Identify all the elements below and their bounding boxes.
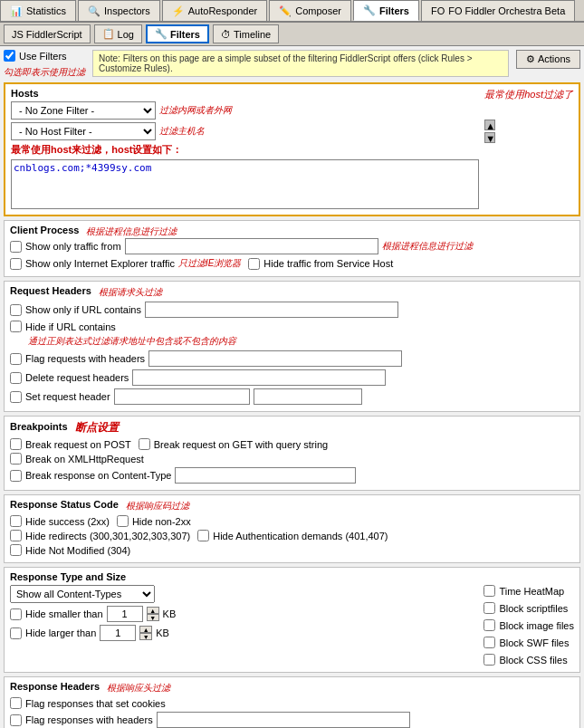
hide-url-label: Hide if URL contains: [25, 321, 116, 332]
show-url-contains-row: Show only if URL contains: [10, 302, 574, 318]
scroll-up[interactable]: ▲: [484, 120, 495, 130]
block-imagefiles-checkbox[interactable]: [483, 619, 495, 631]
set-req-header-value-input[interactable]: [254, 388, 362, 405]
show-url-input[interactable]: [145, 302, 398, 318]
use-filters-checkbox[interactable]: [4, 50, 15, 62]
main-content: Use Filters 勾选即表示使用过滤 Note: Filters on t…: [0, 46, 584, 728]
time-heatmap-checkbox[interactable]: [483, 585, 495, 597]
fiddlerscript-btn[interactable]: JS FiddlerScript: [4, 24, 91, 43]
log-icon: 📋: [102, 28, 115, 40]
filters-toolbar-icon: 🔧: [155, 28, 168, 40]
content-type-row: Show all Content-Types: [10, 585, 467, 603]
flag-resp-headers-input[interactable]: [157, 712, 410, 728]
client-process-section: Client Process 根据进程信息进行过滤 Show only traf…: [4, 220, 580, 277]
break-get-label: Break request on GET with query string: [154, 439, 328, 450]
scroll-down[interactable]: ▼: [484, 132, 495, 143]
tab-inspectors[interactable]: 🔍 Inspectors: [78, 0, 160, 21]
flag-resp-headers-checkbox[interactable]: [10, 714, 22, 726]
hide-service-host-row: Hide traffic from Service Host: [248, 257, 393, 270]
host-filter-dropdown[interactable]: - No Host Filter -: [11, 122, 156, 140]
tab-fiddler-orchestra[interactable]: FO FO Fiddler Orchestra Beta: [421, 0, 575, 21]
use-filters-annotation: 勾选即表示使用过滤: [4, 66, 85, 79]
toolbar-row: JS FiddlerScript 📋 Log 🔧 Filters ⏱ Timel…: [0, 23, 584, 46]
block-swf-row: Block SWF files: [483, 637, 574, 648]
hide-larger-checkbox[interactable]: [10, 627, 22, 639]
flag-requests-checkbox[interactable]: [10, 353, 22, 365]
response-headers-section: Response Headers 根据响应头过滤 Flag responses …: [4, 676, 580, 728]
smaller-up-btn[interactable]: ▲: [147, 607, 159, 614]
hide-smaller-spinner[interactable]: ▲ ▼: [147, 607, 159, 621]
hide-larger-input[interactable]: [100, 625, 136, 641]
traffic-annotation: 根据进程信息进行过滤: [382, 240, 473, 253]
zone-filter-dropdown[interactable]: - No Zone Filter -: [11, 101, 156, 120]
hide-smaller-label: Hide smaller than: [25, 608, 103, 619]
zone-filter-row: - No Zone Filter - 过滤内网或者外网: [11, 101, 479, 120]
hide-smaller-checkbox[interactable]: [10, 608, 22, 620]
set-req-header-checkbox[interactable]: [10, 391, 22, 403]
tab-autoresponder[interactable]: ⚡ AutoResponder: [162, 0, 267, 21]
flag-cookies-checkbox[interactable]: [10, 697, 22, 709]
use-filters-cb-row: Use Filters: [4, 50, 67, 62]
hide-not-modified-checkbox[interactable]: [10, 544, 22, 556]
block-imagefiles-row: Block image files: [483, 619, 574, 631]
flag-resp-headers-label: Flag responses with headers: [25, 714, 153, 725]
timeline-btn[interactable]: ⏱ Timeline: [213, 24, 279, 43]
hide-larger-spinner[interactable]: ▲ ▼: [139, 626, 152, 640]
client-process-title: Client Process: [10, 225, 79, 235]
hide-url-checkbox[interactable]: [10, 321, 22, 332]
traffic-from-input[interactable]: [125, 238, 378, 254]
filters-note: Note: Filters on this page are a simple …: [92, 50, 509, 77]
hide-not-modified-row: Hide Not Modified (304): [10, 544, 574, 556]
hide-auth-checkbox[interactable]: [197, 530, 209, 541]
block-scriptfiles-label: Block scriptfiles: [499, 603, 568, 614]
hosts-inner-note: 最常使用host来过滤，host设置如下：: [11, 143, 479, 157]
filters-icon: 🔧: [363, 5, 376, 16]
break-content-type-input[interactable]: [175, 467, 356, 484]
break-get-checkbox[interactable]: [139, 438, 150, 450]
delete-req-headers-checkbox[interactable]: [10, 372, 22, 384]
flag-requests-input[interactable]: [148, 350, 402, 367]
flag-requests-row: Flag requests with headers: [10, 350, 574, 367]
tab-composer[interactable]: ✏️ Composer: [269, 0, 351, 21]
flag-cookies-label: Flag responses that set cookies: [25, 698, 166, 709]
larger-down-btn[interactable]: ▼: [139, 633, 152, 640]
response-status-section: Response Status Code 根据响应码过滤 Hide succes…: [4, 494, 580, 563]
breakpoints-title: Breakpoints: [10, 421, 68, 432]
inspectors-icon: 🔍: [88, 5, 101, 17]
tab-statistics[interactable]: 📊 Statistics: [0, 0, 76, 21]
show-traffic-checkbox[interactable]: [10, 241, 22, 253]
content-type-dropdown[interactable]: Show all Content-Types: [10, 585, 155, 603]
hide-non2xx-checkbox[interactable]: [117, 515, 129, 527]
block-css-checkbox[interactable]: [483, 654, 495, 666]
delete-req-headers-input[interactable]: [132, 369, 386, 386]
ie-traffic-checkbox[interactable]: [10, 258, 22, 270]
request-headers-annotation: 根据请求头过滤: [99, 286, 162, 299]
hide-redirects-checkbox[interactable]: [10, 530, 22, 541]
hosts-textarea[interactable]: cnblogs.com;*4399sy.com: [11, 159, 479, 209]
break-xmlhttp-checkbox[interactable]: [10, 453, 22, 465]
block-swf-checkbox[interactable]: [483, 637, 495, 648]
break-content-type-checkbox[interactable]: [10, 470, 22, 482]
break-xmlhttp-label: Break on XMLHttpRequest: [25, 454, 144, 465]
delete-req-headers-label: Delete request headers: [25, 372, 129, 383]
smaller-down-btn[interactable]: ▼: [147, 614, 159, 621]
log-btn[interactable]: 📋 Log: [94, 24, 142, 43]
block-scriptfiles-checkbox[interactable]: [483, 602, 495, 614]
show-url-checkbox[interactable]: [10, 304, 22, 316]
response-status-row2: Hide redirects (300,301,302,303,307) Hid…: [10, 530, 574, 544]
hide-service-checkbox[interactable]: [248, 258, 260, 270]
actions-button[interactable]: ⚙ Actions: [516, 50, 580, 69]
larger-up-btn[interactable]: ▲: [139, 626, 152, 633]
hide-smaller-input[interactable]: [107, 606, 143, 622]
client-process-annotation: 根据进程信息进行过滤: [86, 225, 177, 238]
block-imagefiles-label: Block image files: [499, 620, 574, 631]
host-filter-annotation: 过滤主机名: [159, 125, 205, 138]
response-status-annotation: 根据响应码过滤: [126, 500, 189, 512]
hide-not-modified-label: Hide Not Modified (304): [25, 545, 130, 556]
smaller-kb-label: KB: [163, 608, 177, 619]
filters-toolbar-btn[interactable]: 🔧 Filters: [146, 24, 209, 43]
tab-filters[interactable]: 🔧 Filters: [353, 0, 419, 21]
set-req-header-name-input[interactable]: [114, 388, 250, 405]
hide-success-checkbox[interactable]: [10, 515, 22, 527]
break-post-checkbox[interactable]: [10, 438, 22, 450]
